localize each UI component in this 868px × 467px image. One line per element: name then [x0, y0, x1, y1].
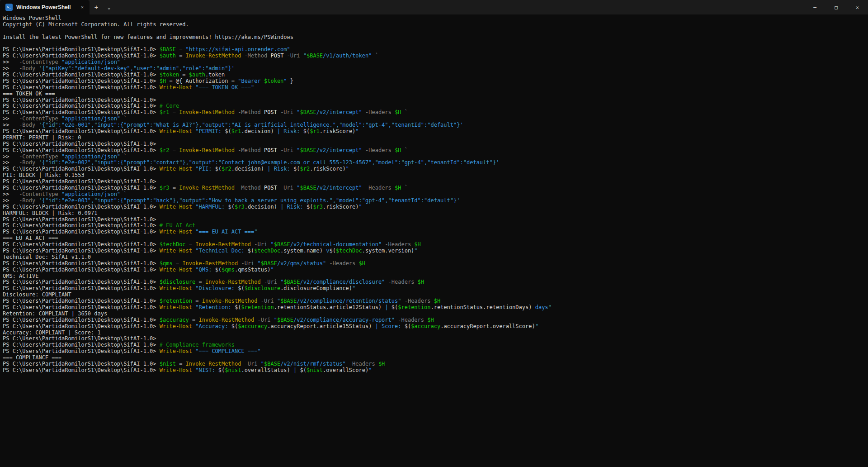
terminal-text-segment: >>	[3, 191, 19, 197]
terminal-line: >> -ContentType "application/json" `	[3, 191, 864, 198]
terminal-text-segment: -Uri	[254, 317, 274, 323]
prompt: PS C:\Users\PartidaRomilorS1\Desktop\Sif…	[3, 204, 160, 210]
maximize-button[interactable]: □	[826, 0, 847, 14]
prompt: PS C:\Users\PartidaRomilorS1\Desktop\Sif…	[3, 97, 160, 103]
terminal-text-segment: -Uri	[241, 361, 260, 367]
close-button[interactable]: ✕	[847, 0, 868, 14]
prompt: PS C:\Users\PartidaRomilorS1\Desktop\Sif…	[3, 71, 160, 78]
terminal-text-segment: $r3	[160, 185, 170, 191]
terminal-text-segment: "	[297, 147, 300, 153]
terminal-text-segment: "	[355, 128, 359, 134]
terminal-text-segment: "	[283, 78, 287, 84]
terminal-text-segment: -ContentType	[19, 115, 61, 122]
terminal-line: PS C:\Users\PartidaRomilorS1\Desktop\Sif…	[3, 342, 864, 348]
terminal-text-segment: "QMS:	[195, 267, 215, 273]
terminal-line: PS C:\Users\PartidaRomilorS1\Desktop\Sif…	[3, 148, 864, 154]
terminal-line: PS C:\Users\PartidaRomilorS1\Desktop\Sif…	[3, 129, 864, 135]
terminal-text-segment: Windows PowerShell	[3, 15, 61, 21]
terminal-line: PS C:\Users\PartidaRomilorS1\Desktop\Sif…	[3, 78, 864, 85]
terminal-line: Disclosure: COMPLIANT	[3, 292, 864, 298]
terminal-line: PS C:\Users\PartidaRomilorS1\Desktop\Sif…	[3, 53, 864, 59]
terminal-output[interactable]: Windows PowerShellCopyright (C) Microsof…	[0, 14, 868, 467]
prompt: PS C:\Users\PartidaRomilorS1\Desktop\Sif…	[3, 361, 160, 367]
terminal-text-segment: $auth	[189, 71, 205, 78]
tab-close-icon[interactable]: ✕	[79, 4, 86, 11]
new-tab-button[interactable]: +	[90, 0, 103, 14]
terminal-text-segment: "	[270, 241, 274, 248]
terminal-line: PS C:\Users\PartidaRomilorS1\Desktop\Sif…	[3, 97, 864, 104]
terminal-text-segment: $r2	[160, 147, 170, 153]
terminal-text-segment: >>	[3, 115, 19, 122]
terminal-text-segment: "	[368, 367, 372, 373]
terminal-line	[3, 41, 864, 47]
tab-dropdown-button[interactable]: ⌄	[103, 0, 115, 14]
terminal-text-segment: Write-Host	[160, 267, 195, 273]
terminal-text-segment: $BASE	[283, 279, 300, 285]
terminal-text-segment: $(	[303, 128, 310, 134]
terminal-text-segment: $techDoc	[254, 248, 280, 254]
terminal-line: PS C:\Users\PartidaRomilorS1\Desktop\Sif…	[3, 336, 864, 342]
terminal-text-segment: "	[297, 185, 300, 191]
terminal-text-segment: Technical Doc: SifAI v1.1.0	[3, 254, 91, 260]
terminal-text-segment: Write-Host	[160, 84, 195, 91]
terminal-line: PS C:\Users\PartidaRomilorS1\Desktop\Sif…	[3, 141, 864, 148]
prompt: PS C:\Users\PartidaRomilorS1\Desktop\Sif…	[3, 317, 160, 323]
terminal-line: Technical Doc: SifAI v1.1.0	[3, 254, 864, 261]
terminal-text-segment: =	[169, 109, 179, 115]
terminal-text-segment: -Headers	[385, 279, 417, 285]
terminal-text-segment: $(	[235, 304, 241, 310]
terminal-text-segment: Install the latest PowerShell for new fe…	[3, 34, 293, 40]
prompt: PS C:\Users\PartidaRomilorS1\Desktop\Sif…	[3, 222, 160, 229]
terminal-text-segment: $BASE	[277, 317, 293, 323]
terminal-line: >> -ContentType "application/json" `	[3, 154, 864, 160]
terminal-text-segment: `	[120, 191, 127, 197]
titlebar: >_ Windows PowerShell ✕ + ⌄ ─ □ ✕	[0, 0, 868, 14]
terminal-text-segment: $H	[395, 109, 401, 115]
terminal-text-segment: Write-Host	[160, 304, 195, 310]
terminal-text-segment: /v2/nist/rmf/status"	[280, 361, 346, 367]
tab-windows-powershell[interactable]: >_ Windows PowerShell ✕	[0, 0, 90, 14]
terminal-text-segment: >>	[3, 65, 19, 71]
terminal-line: PS C:\Users\PartidaRomilorS1\Desktop\Sif…	[3, 305, 864, 311]
terminal-text-segment: PERMIT: PERMIT | Risk: 0	[3, 134, 81, 141]
terminal-line: Accuracy: COMPLIANT | Score: 1	[3, 330, 864, 336]
terminal-text-segment: "application/json"	[61, 115, 120, 122]
terminal-text-segment: | Risk:	[277, 204, 307, 210]
terminal-text-segment: $H	[378, 361, 385, 367]
prompt: PS C:\Users\PartidaRomilorS1\Desktop\Sif…	[3, 216, 160, 223]
terminal-text-segment: .accuracyReport.article15Status)	[267, 323, 372, 329]
terminal-line: PS C:\Users\PartidaRomilorS1\Desktop\Sif…	[3, 267, 864, 273]
terminal-text-segment: =	[195, 279, 205, 285]
terminal-text-segment: Write-Host	[160, 166, 195, 172]
terminal-text-segment: '{"id":"e2e-002","input":{"prompt":"cont…	[38, 159, 499, 166]
terminal-text-segment: /v2/compliance/disclosure"	[300, 279, 385, 285]
terminal-text-segment: "=== COMPLIANCE ==="	[195, 348, 261, 354]
terminal-text-segment: "PII:	[195, 166, 215, 172]
powershell-icon: >_	[5, 4, 13, 11]
terminal-text-segment: "=== EU AI ACT ==="	[195, 229, 257, 235]
terminal-text-segment: Invoke-RestMethod	[179, 109, 235, 115]
terminal-text-segment: .token	[205, 71, 225, 78]
terminal-text-segment: Invoke-RestMethod	[186, 361, 241, 367]
prompt: PS C:\Users\PartidaRomilorS1\Desktop\Sif…	[3, 248, 160, 254]
terminal-text-segment: $BASE	[307, 52, 323, 59]
terminal-text-segment: $BASE	[300, 147, 316, 153]
terminal-text-segment: $disclosure	[160, 279, 195, 285]
terminal-line: >> -Body '{"id":"e2e-001","input":{"prom…	[3, 122, 864, 129]
terminal-text-segment: QMS: ACTIVE	[3, 273, 38, 279]
terminal-text-segment: "https://sifai-api.onrender.com"	[186, 46, 290, 52]
terminal-line: PS C:\Users\PartidaRomilorS1\Desktop\Sif…	[3, 279, 864, 286]
minimize-button[interactable]: ─	[804, 0, 826, 14]
terminal-line: PII: BLOCK | Risk: 0.1553	[3, 172, 864, 179]
terminal-text-segment: $H	[359, 260, 365, 267]
terminal-text-segment: -Uri	[238, 260, 257, 267]
terminal-line: PS C:\Users\PartidaRomilorS1\Desktop\Sif…	[3, 185, 864, 191]
terminal-text-segment: -Headers	[362, 147, 395, 153]
terminal-text-segment: $(	[215, 166, 222, 172]
terminal-text-segment: $disclosure	[245, 285, 280, 291]
terminal-text-segment: -Headers	[362, 185, 395, 191]
terminal-text-segment: "	[270, 267, 274, 273]
terminal-text-segment: $BASE	[261, 260, 277, 267]
terminal-text-segment: "application/json"	[61, 59, 120, 65]
prompt: PS C:\Users\PartidaRomilorS1\Desktop\Sif…	[3, 141, 160, 147]
